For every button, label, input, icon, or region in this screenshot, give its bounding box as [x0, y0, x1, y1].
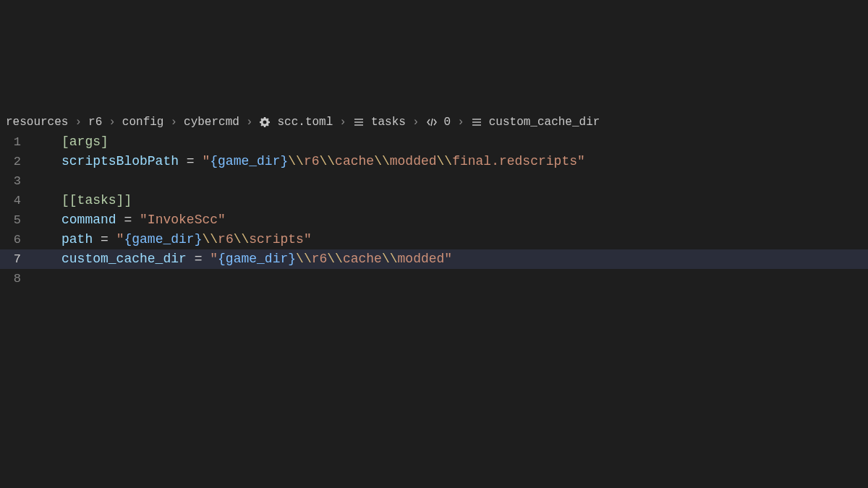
quote: " [202, 154, 210, 168]
breadcrumb-segment-cybercmd[interactable]: cybercmd [184, 116, 239, 129]
toml-section: [[tasks]] [61, 193, 132, 207]
breadcrumb-separator: › [412, 116, 420, 129]
code-line[interactable]: 4 [[tasks]] [0, 191, 868, 210]
string: r6 [312, 252, 328, 266]
escape: \\ [288, 154, 304, 168]
escape: \\ [320, 154, 336, 168]
equals: = [187, 252, 210, 266]
breadcrumb-segment-file[interactable]: scc.toml [277, 116, 333, 129]
breadcrumb-separator: › [109, 116, 116, 129]
breadcrumb-segment-r6[interactable]: r6 [88, 116, 102, 129]
toml-key: path [61, 232, 93, 247]
list-icon [471, 116, 482, 128]
escape: \\ [327, 252, 343, 266]
code-content: [[tasks]] [40, 191, 132, 210]
breadcrumb-segment-config[interactable]: config [122, 116, 164, 129]
code-content: [args] [40, 132, 109, 152]
code-line[interactable]: 5 command = "InvokeScc" [0, 210, 868, 230]
code-content: scriptsBlobPath = "{game_dir}\\r6\\cache… [40, 152, 585, 171]
breadcrumb-segment-tasks[interactable]: tasks [371, 116, 406, 129]
quote: " [210, 252, 218, 266]
line-number: 6 [0, 230, 40, 249]
breadcrumb-segment-resources[interactable]: resources [6, 116, 68, 129]
equals: = [116, 213, 140, 227]
string: final.redscripts [452, 154, 577, 168]
code-content: path = "{game_dir}\\r6\\scripts" [40, 230, 312, 249]
interpolation: {game_dir} [210, 154, 288, 168]
string: modded [398, 252, 445, 266]
escape: \\ [234, 232, 250, 247]
code-content: command = "InvokeScc" [40, 210, 226, 230]
code-line[interactable]: 7 custom_cache_dir = "{game_dir}\\r6\\ca… [0, 249, 868, 269]
escape: \\ [202, 232, 218, 247]
toml-key: scriptsBlobPath [61, 154, 179, 168]
line-number: 5 [0, 210, 40, 230]
list-icon [353, 116, 365, 128]
breadcrumb: resources › r6 › config › cybercmd › scc… [0, 112, 868, 132]
quote: " [304, 232, 312, 247]
line-number: 1 [0, 132, 40, 152]
escape: \\ [382, 252, 398, 266]
line-number: 3 [0, 171, 40, 191]
quote: " [444, 252, 452, 266]
quote: " [218, 213, 226, 227]
escape: \\ [374, 154, 390, 168]
line-number: 8 [0, 269, 40, 288]
escape: \\ [437, 154, 453, 168]
code-line[interactable]: 3 [0, 171, 868, 191]
code-content: custom_cache_dir = "{game_dir}\\r6\\cach… [40, 249, 452, 269]
breadcrumb-separator: › [75, 116, 82, 129]
breadcrumb-separator: › [170, 116, 177, 129]
breadcrumb-separator: › [457, 116, 464, 129]
code-brackets-icon [426, 116, 438, 128]
line-number: 7 [0, 249, 40, 269]
string: cache [335, 154, 374, 168]
toml-section: [args] [61, 134, 109, 149]
interpolation: {game_dir} [124, 232, 202, 247]
code-editor[interactable]: 1 [args] 2 scriptsBlobPath = "{game_dir}… [0, 132, 868, 288]
breadcrumb-separator: › [246, 116, 253, 129]
toml-key: command [61, 213, 116, 227]
line-number: 4 [0, 191, 40, 210]
string: r6 [304, 154, 320, 168]
breadcrumb-separator: › [339, 116, 346, 129]
code-line[interactable]: 8 [0, 269, 868, 288]
breadcrumb-segment-index[interactable]: 0 [444, 116, 451, 129]
code-line[interactable]: 1 [args] [0, 132, 868, 152]
quote: " [116, 232, 124, 247]
gear-icon [259, 116, 271, 128]
string: r6 [218, 232, 234, 247]
string: InvokeScc [148, 213, 218, 227]
code-line[interactable]: 2 scriptsBlobPath = "{game_dir}\\r6\\cac… [0, 152, 868, 171]
quote: " [577, 154, 585, 168]
code-line[interactable]: 6 path = "{game_dir}\\r6\\scripts" [0, 230, 868, 249]
interpolation: {game_dir} [218, 252, 296, 266]
line-number: 2 [0, 152, 40, 171]
equals: = [179, 154, 202, 168]
string: modded [390, 154, 437, 168]
breadcrumb-segment-property[interactable]: custom_cache_dir [489, 116, 600, 129]
equals: = [93, 232, 116, 247]
escape: \\ [296, 252, 312, 266]
toml-key: custom_cache_dir [61, 252, 187, 266]
string: cache [343, 252, 382, 266]
string: scripts [249, 232, 304, 247]
svg-line-3 [431, 119, 433, 126]
empty-top-region [0, 0, 868, 112]
quote: " [140, 213, 148, 227]
